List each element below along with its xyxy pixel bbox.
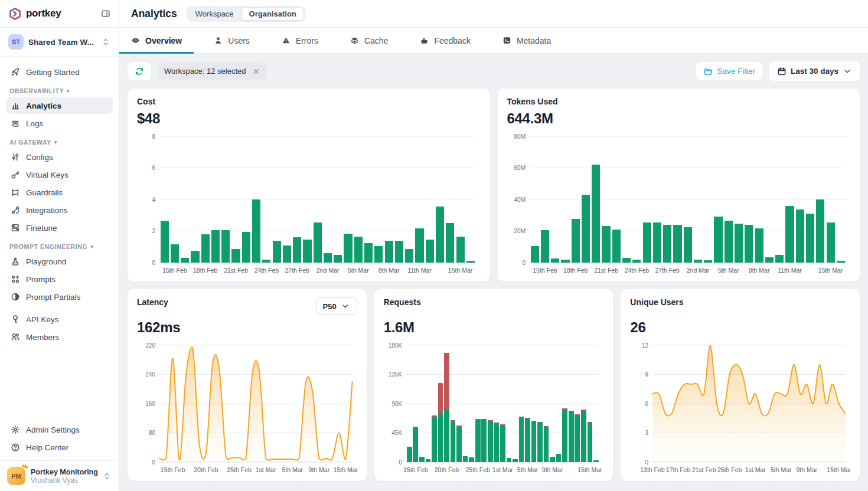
sidebar-item-label: Integrations bbox=[26, 206, 68, 215]
account-avatar: PM bbox=[7, 467, 25, 485]
tab-feedback[interactable]: Feedback bbox=[408, 28, 482, 53]
section-caret-icon: ▾ bbox=[54, 139, 57, 145]
svg-text:5th Mar: 5th Mar bbox=[517, 466, 538, 473]
account-switcher[interactable]: PM Portkey Monitoring Vrushank Vyas bbox=[0, 460, 119, 491]
svg-text:8th Mar: 8th Mar bbox=[378, 267, 400, 274]
section-header-observability[interactable]: OBSERVABILITY▾ bbox=[9, 87, 109, 94]
svg-text:21st Feb: 21st Feb bbox=[224, 267, 248, 274]
card-value: 162ms bbox=[137, 319, 357, 336]
logs-icon bbox=[11, 119, 20, 128]
plug-icon bbox=[11, 205, 20, 215]
requests-chart: 045K90K135K180K15th Feb20th Feb25th Feb1… bbox=[384, 341, 604, 476]
svg-text:21st Feb: 21st Feb bbox=[594, 267, 618, 274]
sidebar-item-getting-started[interactable]: Getting Started bbox=[6, 64, 113, 80]
sidebar-item-analytics[interactable]: Analytics bbox=[6, 97, 113, 114]
sidebar-item-label: Guardrails bbox=[26, 188, 63, 197]
save-filter-button[interactable]: Save Filter bbox=[696, 62, 762, 80]
help-icon bbox=[11, 443, 20, 452]
grid-plus-icon bbox=[11, 274, 20, 284]
card-title: Tokens Used bbox=[507, 97, 851, 106]
gear-icon bbox=[11, 425, 20, 434]
card-title: Latency bbox=[137, 297, 168, 307]
tab-errors[interactable]: Errors bbox=[270, 28, 330, 53]
svg-text:2nd Mar: 2nd Mar bbox=[686, 267, 709, 274]
svg-text:0: 0 bbox=[645, 459, 649, 466]
collapse-sidebar-icon[interactable] bbox=[101, 9, 110, 18]
requests-card: Requests 1.6M 045K90K135K180K15th Feb20t… bbox=[374, 289, 614, 481]
warning-icon bbox=[282, 36, 291, 45]
date-range-button[interactable]: Last 30 days bbox=[769, 61, 860, 81]
card-value: $48 bbox=[137, 110, 481, 127]
sidebar-item-configs[interactable]: Configs bbox=[6, 149, 113, 165]
svg-text:15th Feb: 15th Feb bbox=[533, 267, 557, 274]
sidebar-item-label: Configs bbox=[26, 153, 53, 162]
sidebar-item-prompts[interactable]: Prompts bbox=[6, 271, 113, 287]
sidebar-item-playground[interactable]: Playground bbox=[6, 253, 113, 270]
tokens-used-chart: 020M40M60M80M15th Feb18th Feb21st Feb24t… bbox=[507, 132, 851, 277]
svg-text:2: 2 bbox=[152, 228, 155, 234]
svg-text:9th Mar: 9th Mar bbox=[797, 466, 818, 473]
sidebar-item-label: Analytics bbox=[26, 102, 61, 110]
svg-text:27th Feb: 27th Feb bbox=[655, 267, 680, 274]
card-title: Cost bbox=[137, 97, 481, 106]
tab-cache[interactable]: Cache bbox=[338, 28, 400, 53]
svg-text:80M: 80M bbox=[514, 133, 525, 140]
logo-text: portkey bbox=[26, 8, 61, 19]
svg-text:20th Feb: 20th Feb bbox=[434, 466, 459, 473]
svg-text:1st Mar: 1st Mar bbox=[745, 466, 766, 473]
svg-text:5th Mar: 5th Mar bbox=[718, 267, 739, 274]
workspace-filter-chip[interactable]: Workspace: 12 selected bbox=[158, 63, 267, 80]
latency-percentile-select[interactable]: P50 bbox=[316, 297, 357, 315]
svg-text:90K: 90K bbox=[391, 401, 402, 407]
tab-metadata[interactable]: Metadata bbox=[491, 28, 563, 53]
svg-text:25th Feb: 25th Feb bbox=[717, 466, 742, 473]
tab-users[interactable]: Users bbox=[202, 28, 262, 53]
svg-text:6: 6 bbox=[152, 165, 155, 171]
sidebar-item-logs[interactable]: Logs bbox=[6, 115, 113, 132]
sidebar-item-api-keys[interactable]: API Keys bbox=[6, 311, 113, 328]
scope-option-organisation[interactable]: Organisation bbox=[242, 7, 304, 21]
section-header-ai-gateway[interactable]: AI GATEWAY▾ bbox=[9, 139, 109, 146]
crown-icon bbox=[20, 461, 30, 471]
sidebar-item-virtual-keys[interactable]: Virtual Keys bbox=[6, 166, 113, 183]
sidebar-item-admin-settings[interactable]: Admin Settings bbox=[6, 421, 113, 438]
scope-toggle: WorkspaceOrganisation bbox=[187, 6, 305, 22]
svg-text:24th Feb: 24th Feb bbox=[624, 267, 649, 274]
sidebar-item-help-center[interactable]: Help Center bbox=[6, 439, 113, 456]
svg-text:8: 8 bbox=[152, 133, 155, 140]
svg-text:17th Feb: 17th Feb bbox=[666, 466, 691, 473]
api-key-icon bbox=[11, 315, 20, 324]
sidebar-item-guardrails[interactable]: Guardrails bbox=[6, 184, 113, 201]
svg-text:8th Mar: 8th Mar bbox=[748, 267, 769, 274]
sidebar-item-label: Admin Settings bbox=[26, 425, 80, 434]
card-title: Requests bbox=[384, 297, 421, 307]
svg-text:0: 0 bbox=[152, 260, 155, 266]
sidebar-item-prompt-partials[interactable]: Prompt Partials bbox=[6, 289, 113, 305]
svg-text:9: 9 bbox=[645, 371, 649, 378]
svg-text:80: 80 bbox=[149, 430, 156, 436]
sidebar-item-integrations[interactable]: Integrations bbox=[6, 202, 113, 218]
refresh-button[interactable] bbox=[128, 62, 151, 80]
sidebar-item-label: Virtual Keys bbox=[26, 171, 68, 179]
svg-text:15th Feb: 15th Feb bbox=[403, 466, 428, 473]
analytics-content: Workspace: 12 selected Save Filter Last … bbox=[119, 54, 868, 491]
section-label: OBSERVABILITY bbox=[9, 87, 64, 94]
sidebar-bottom-nav: Admin SettingsHelp Center bbox=[0, 420, 119, 460]
tab-label: Errors bbox=[296, 36, 318, 45]
workspace-selector[interactable]: ST Shared Team W... bbox=[0, 28, 119, 57]
sidebar-item-members[interactable]: Members bbox=[6, 329, 113, 345]
tab-overview[interactable]: Overview bbox=[119, 28, 194, 53]
sidebar-item-finetune[interactable]: Finetune bbox=[6, 220, 113, 236]
chip-close-icon[interactable] bbox=[252, 67, 261, 76]
section-header-prompt-engineering[interactable]: PROMPT ENGINEERING▾ bbox=[9, 243, 109, 250]
svg-text:11th Mar: 11th Mar bbox=[778, 267, 802, 274]
guardrails-icon bbox=[11, 188, 20, 197]
svg-text:24th Feb: 24th Feb bbox=[254, 267, 279, 274]
svg-text:9th Mar: 9th Mar bbox=[541, 466, 563, 473]
filter-bar: Workspace: 12 selected Save Filter Last … bbox=[128, 61, 860, 81]
sidebar-item-label: Playground bbox=[26, 257, 66, 266]
svg-text:5th Mar: 5th Mar bbox=[771, 466, 792, 473]
svg-text:320: 320 bbox=[145, 342, 155, 349]
svg-text:15th Mar: 15th Mar bbox=[577, 466, 602, 473]
scope-option-workspace[interactable]: Workspace bbox=[188, 7, 242, 21]
